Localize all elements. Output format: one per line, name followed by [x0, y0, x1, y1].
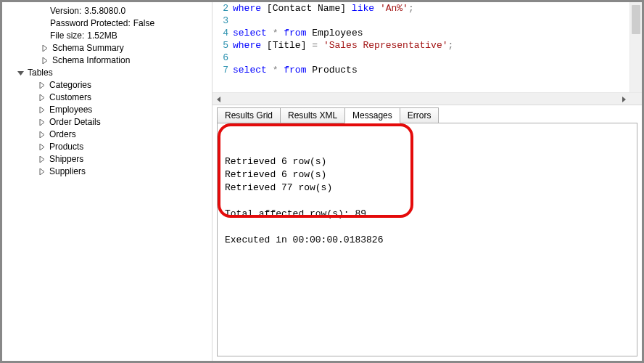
message-line: Executed in 00:00:00.0183826	[225, 234, 629, 247]
schema-information-label: Schema Information	[52, 54, 130, 67]
filesize-label: File size:	[50, 30, 84, 42]
table-label: Suppliers	[49, 166, 86, 178]
code-token: Products	[312, 65, 357, 76]
version-label: Version:	[50, 5, 81, 17]
table-node[interactable]: Order Details	[38, 116, 212, 129]
password-label: Password Protected:	[50, 17, 131, 30]
expand-icon[interactable]	[38, 156, 46, 163]
tables-label: Tables	[28, 67, 53, 79]
sql-editor-wrap: 234567 where [Contact Name] like 'An%'; …	[212, 2, 642, 105]
line-number: 7	[212, 64, 228, 76]
password-value: False	[133, 17, 154, 30]
db-password-row: Password Protected: False	[12, 17, 212, 30]
editor-horizontal-scrollbar[interactable]	[212, 92, 642, 105]
code-line[interactable]: where [Contact Name] like 'An%';	[233, 2, 642, 15]
code-token	[267, 28, 273, 38]
code-token: from	[284, 28, 306, 38]
code-line[interactable]: where [Title] = 'Sales Representative';	[233, 39, 642, 52]
line-number: 4	[212, 27, 228, 39]
line-number: 6	[212, 52, 228, 64]
tab-results-grid[interactable]: Results Grid	[217, 107, 281, 123]
table-label: Products	[49, 141, 83, 153]
code-area[interactable]: where [Contact Name] like 'An%'; select …	[233, 2, 642, 92]
code-line[interactable]	[233, 15, 642, 27]
table-label: Customers	[49, 91, 91, 104]
table-node[interactable]: Shippers	[38, 153, 212, 166]
version-value: 3.5.8080.0	[84, 5, 125, 17]
expand-icon[interactable]	[38, 94, 46, 102]
code-token	[261, 3, 267, 14]
table-label: Order Details	[49, 116, 101, 129]
messages-panel[interactable]: Retrieved 6 row(s)Retrieved 6 row(s)Retr…	[217, 123, 637, 356]
code-token: [Contact Name]	[267, 3, 346, 14]
code-line[interactable]: select * from Employees	[233, 27, 642, 39]
tree-pane: Version: 3.5.8080.0 Password Protected: …	[2, 2, 212, 361]
table-node[interactable]: Customers	[38, 91, 212, 104]
code-token: ;	[408, 3, 414, 14]
expand-icon[interactable]	[38, 131, 46, 139]
code-token	[318, 40, 323, 51]
object-tree[interactable]: Version: 3.5.8080.0 Password Protected: …	[5, 5, 212, 178]
table-node[interactable]: Employees	[38, 104, 212, 116]
expand-icon[interactable]	[38, 168, 46, 176]
tab-errors[interactable]: Errors	[400, 107, 439, 123]
message-line: Retrieved 77 row(s)	[225, 182, 629, 195]
tab-messages[interactable]: Messages	[344, 107, 400, 123]
table-node[interactable]: Categories	[38, 79, 212, 91]
expand-icon[interactable]	[38, 144, 46, 151]
code-token: where	[233, 40, 261, 51]
code-token: select	[233, 65, 267, 76]
table-node[interactable]: Suppliers	[38, 166, 212, 178]
code-token: ;	[448, 40, 454, 51]
scrollbar-thumb[interactable]	[632, 5, 640, 34]
results-tabstrip: Results Grid Results XML Messages Errors	[217, 107, 637, 123]
schema-summary-label: Schema Summary	[52, 42, 124, 54]
messages-text: Retrieved 6 row(s)Retrieved 6 row(s)Retr…	[225, 155, 629, 247]
scroll-right-icon[interactable]	[617, 93, 629, 105]
results-area: Results Grid Results XML Messages Errors…	[212, 105, 642, 361]
table-label: Categories	[49, 79, 91, 91]
line-gutter: 234567	[212, 2, 233, 92]
table-node[interactable]: Products	[38, 141, 212, 153]
table-label: Orders	[49, 129, 76, 141]
table-label: Employees	[49, 104, 92, 116]
db-filesize-row: File size: 1.52MB	[12, 30, 212, 42]
message-line: Retrieved 6 row(s)	[225, 155, 629, 168]
code-token: 'An%'	[380, 3, 408, 14]
collapse-icon[interactable]	[17, 70, 24, 77]
right-pane: 234567 where [Contact Name] like 'An%'; …	[212, 2, 642, 361]
expand-icon[interactable]	[38, 82, 46, 89]
expand-icon[interactable]	[41, 57, 49, 65]
tab-results-xml[interactable]: Results XML	[280, 107, 345, 123]
table-node[interactable]: Orders	[38, 129, 212, 141]
expand-icon[interactable]	[38, 119, 46, 126]
message-line	[225, 195, 629, 208]
code-token: [Title]	[267, 40, 307, 51]
line-number: 5	[212, 39, 228, 52]
code-token	[374, 3, 380, 14]
code-token	[267, 65, 273, 76]
code-line[interactable]: select * from Products	[233, 64, 642, 76]
message-line	[225, 221, 629, 234]
sql-editor[interactable]: 234567 where [Contact Name] like 'An%'; …	[212, 2, 642, 92]
app-root: Version: 3.5.8080.0 Password Protected: …	[0, 0, 644, 363]
code-token: Employees	[312, 28, 363, 38]
message-line: Retrieved 6 row(s)	[225, 168, 629, 182]
schema-information-node[interactable]: Schema Information	[41, 54, 212, 67]
code-line[interactable]	[233, 52, 642, 64]
code-token	[261, 40, 267, 51]
message-line: Total affected row(s): 89	[225, 208, 629, 221]
filesize-value: 1.52MB	[87, 30, 117, 42]
code-token: =	[312, 40, 318, 51]
line-number: 3	[212, 15, 228, 27]
code-token: where	[233, 3, 261, 14]
code-token	[346, 3, 352, 14]
db-version-row: Version: 3.5.8080.0	[12, 5, 212, 17]
tables-node[interactable]: Tables	[17, 67, 212, 79]
schema-summary-node[interactable]: Schema Summary	[41, 42, 212, 54]
expand-icon[interactable]	[38, 107, 46, 114]
expand-icon[interactable]	[41, 45, 49, 52]
editor-vertical-scrollbar[interactable]	[629, 2, 642, 92]
scroll-left-icon[interactable]	[212, 93, 225, 105]
code-token: 'Sales Representative'	[323, 40, 448, 51]
